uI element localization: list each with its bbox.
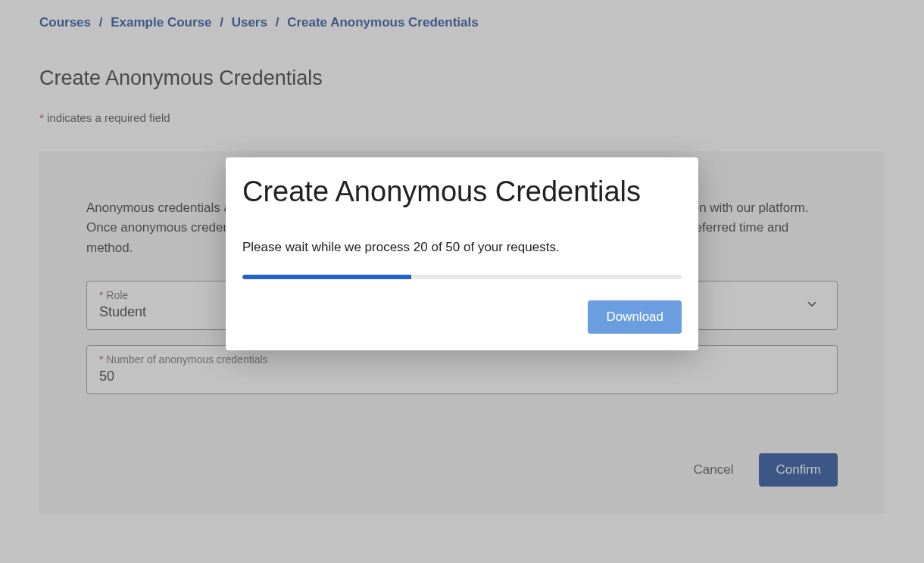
progress-modal: Create Anonymous Credentials Please wait… (226, 157, 698, 350)
modal-overlay[interactable]: Create Anonymous Credentials Please wait… (0, 0, 924, 563)
download-button[interactable]: Download (588, 300, 682, 334)
progress-fill (242, 275, 411, 279)
progress-bar (242, 275, 682, 279)
modal-title: Create Anonymous Credentials (242, 176, 682, 208)
modal-message: Please wait while we process 20 of 50 of… (242, 240, 682, 255)
modal-actions: Download (242, 300, 682, 334)
